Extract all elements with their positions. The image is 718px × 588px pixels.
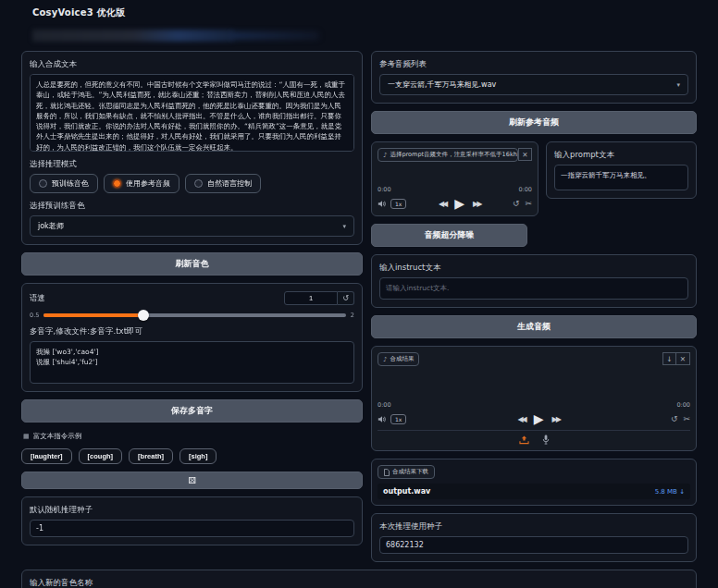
close-icon[interactable]: ✕ xyxy=(676,352,690,365)
result-file-download-link[interactable]: 5.8 MB ↓ xyxy=(655,488,685,496)
prompt-audio-title: ♪ 选择prompt音频文件，注意采样率不低于16khz xyxy=(378,148,518,162)
default-seed-input[interactable] xyxy=(30,520,354,537)
download-icon[interactable]: ↓ xyxy=(662,352,676,365)
instruct-label: 输入instruct文本 xyxy=(379,263,688,274)
pretrained-voice-value: jok老师 xyxy=(38,221,64,231)
speed-polyphone-panel: 语速 ↺ 0.5 2 多音字,修改文件:多音字.txt即可 我操 ['wo3',… xyxy=(21,283,363,392)
volume-icon[interactable] xyxy=(378,200,387,208)
result-waveform-area[interactable] xyxy=(378,366,690,401)
prompt-time-total: 0:00 xyxy=(518,186,532,193)
used-seed-panel: 本次推理使用种子 xyxy=(371,513,697,562)
undo-trim-icon[interactable]: ↺ xyxy=(671,414,678,423)
prompt-audio-player: ♪ 选择prompt音频文件，注意采样率不低于16khz ✕ 0:00 0:00 xyxy=(371,141,538,216)
reference-audio-value: 一支穿云箭,千军万马来相见.wav xyxy=(388,80,496,90)
save-polyphone-button[interactable]: 保存多音字 xyxy=(21,399,363,423)
mode-option-label: 自然语言控制 xyxy=(207,178,252,189)
reset-icon[interactable]: ↺ xyxy=(338,291,354,305)
instruct-panel: 输入instruct文本 xyxy=(371,254,697,308)
music-note-icon: ♪ xyxy=(383,356,387,363)
radio-icon xyxy=(39,179,47,188)
microphone-icon[interactable] xyxy=(542,435,550,445)
example-chip-breath[interactable]: [breath] xyxy=(129,448,173,464)
synthesis-text-input[interactable]: 人总是要死的，但死的意义有不同。中国古时候有个文学家叫做司马迁的说过：“人固有一… xyxy=(30,74,354,152)
prompt-text-panel: 输入prompt文本 一指穿云箭千军万马来相见。 xyxy=(546,141,697,199)
right-column: 参考音频列表 一支穿云箭,千军万马来相见.wav ▾ 刷新参考音频 ♪ 选择pr… xyxy=(371,51,697,562)
prompt-text-label: 输入prompt文本 xyxy=(554,150,688,161)
radio-icon xyxy=(194,179,203,188)
pretrained-voice-dropdown[interactable]: jok老师 ▾ xyxy=(30,215,354,237)
default-seed-panel: 默认随机推理种子 xyxy=(21,496,363,545)
play-icon[interactable]: ▶ xyxy=(534,412,544,425)
play-icon[interactable]: ▶ xyxy=(454,197,464,210)
slider-max-label: 2 xyxy=(351,312,354,319)
speed-slider-track[interactable] xyxy=(43,313,346,317)
close-icon[interactable]: ✕ xyxy=(518,148,532,161)
used-seed-input[interactable] xyxy=(379,536,688,554)
mode-option-pretrained[interactable]: 预训练音色 xyxy=(30,174,98,193)
default-seed-label: 默认随机推理种子 xyxy=(30,505,354,516)
skip-back-icon[interactable]: ◀◀ xyxy=(517,415,525,423)
random-seed-dice-button[interactable]: ⚄ xyxy=(21,472,363,489)
result-audio-title: ♪ 合成结果 xyxy=(378,352,419,366)
example-chip-sigh[interactable]: [sigh] xyxy=(180,448,217,464)
result-download-label: 合成结果下载 xyxy=(392,468,428,476)
volume-icon[interactable] xyxy=(378,415,387,423)
app-title: CosyVoice3 优化版 xyxy=(32,6,697,19)
music-note-icon: ♪ xyxy=(383,152,387,159)
richtext-examples-label: 富文本指令示例 xyxy=(33,432,82,441)
result-file-name: output.wav xyxy=(383,487,430,496)
audio-superres-denoise-button[interactable]: 音频超分降噪 xyxy=(371,224,527,247)
speed-slider: 0.5 2 xyxy=(30,312,354,319)
reference-audio-panel: 参考音频列表 一支穿云箭,千军万马来相见.wav ▾ xyxy=(371,51,697,104)
mode-option-label: 预训练音色 xyxy=(52,178,89,189)
skip-forward-icon[interactable]: ▶▶ xyxy=(473,200,480,208)
synthesis-text-label: 输入合成文本 xyxy=(30,59,354,70)
left-column: 输入合成文本 人总是要死的，但死的意义有不同。中国古时候有个文学家叫做司马迁的说… xyxy=(21,51,363,545)
playback-rate-button[interactable]: 1x xyxy=(390,414,406,424)
file-icon xyxy=(384,469,390,476)
synthesis-text-panel: 输入合成文本 人总是要死的，但死的意义有不同。中国古时候有个文学家叫做司马迁的说… xyxy=(21,51,363,245)
prompt-audio-label: 选择prompt音频文件，注意采样率不低于16khz xyxy=(390,151,518,159)
refresh-voice-button[interactable]: 刷新音色 xyxy=(21,252,363,276)
mode-option-reference-audio[interactable]: 使用参考音频 xyxy=(104,174,180,193)
mode-label: 选择推理模式 xyxy=(30,159,354,170)
download-arrow-icon: ↓ xyxy=(679,488,685,496)
bottom-section: 输入新的音色名称 保存音色模型 xyxy=(21,570,697,588)
result-audio-label: 合成结果 xyxy=(390,355,414,363)
scissors-icon[interactable]: ✂ xyxy=(683,414,690,423)
example-chip-cough[interactable]: [cough] xyxy=(79,448,123,464)
redacted-text-region xyxy=(32,29,697,43)
polyphone-label: 多音字,修改文件:多音字.txt即可 xyxy=(30,326,354,337)
pretrained-voice-label: 选择预训练音色 xyxy=(30,201,354,212)
example-chip-laughter[interactable]: [laughter] xyxy=(21,448,72,464)
speed-number-input[interactable] xyxy=(284,291,338,305)
playback-rate-button[interactable]: 1x xyxy=(390,199,406,209)
undo-trim-icon[interactable]: ↺ xyxy=(513,199,520,208)
skip-back-icon[interactable]: ◀◀ xyxy=(439,200,446,208)
reference-audio-dropdown[interactable]: 一支穿云箭,千军万马来相见.wav ▾ xyxy=(379,74,688,95)
polyphone-input[interactable]: 我操 ['wo3','cao4'] 说服 ['shui4','fu2'] xyxy=(30,341,354,384)
generate-audio-button[interactable]: 生成音频 xyxy=(371,315,697,338)
grid-icon: ▦ xyxy=(23,433,30,440)
upload-icon[interactable] xyxy=(519,435,529,445)
mode-option-label: 使用参考音频 xyxy=(126,178,170,189)
result-file-row[interactable]: output.wav 5.8 MB ↓ xyxy=(378,484,690,499)
richtext-examples-header: ▦ 富文本指令示例 xyxy=(23,432,363,441)
chevron-down-icon: ▾ xyxy=(342,223,346,230)
mode-radio-group: 预训练音色 使用参考音频 自然语言控制 xyxy=(30,174,354,193)
result-time-total: 0:00 xyxy=(676,401,690,409)
skip-forward-icon[interactable]: ▶▶ xyxy=(552,415,560,423)
scissors-icon[interactable]: ✂ xyxy=(525,199,532,208)
used-seed-label: 本次推理使用种子 xyxy=(379,521,688,533)
reference-audio-label: 参考音频列表 xyxy=(379,59,688,70)
speed-slider-handle[interactable] xyxy=(138,310,149,321)
mode-option-natural-language[interactable]: 自然语言控制 xyxy=(185,174,261,193)
richtext-example-chips: [laughter] [cough] [breath] [sigh] xyxy=(21,448,363,464)
speed-label: 语速 xyxy=(30,293,45,304)
instruct-input[interactable] xyxy=(379,277,688,300)
prompt-waveform-area[interactable] xyxy=(378,162,532,186)
chevron-down-icon: ▾ xyxy=(676,81,680,89)
refresh-reference-audio-button[interactable]: 刷新参考音频 xyxy=(371,111,697,134)
radio-selected-icon xyxy=(113,179,121,188)
prompt-text-input[interactable]: 一指穿云箭千军万马来相见。 xyxy=(554,165,688,190)
